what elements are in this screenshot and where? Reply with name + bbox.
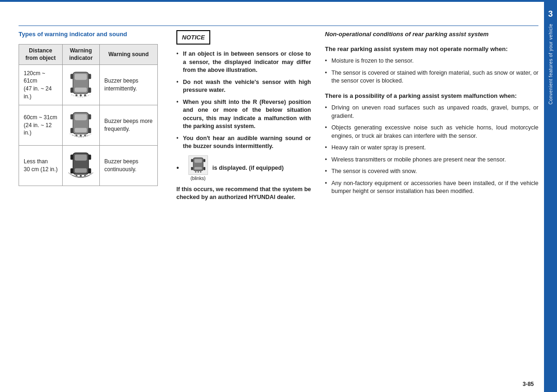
svg-rect-14 <box>88 114 91 119</box>
distance-1: 120cm ~ 61cm(47 in. ~ 24 in.) <box>19 65 63 105</box>
bullet-text-2: Do not wash the vehicle's sensor with hi… <box>183 79 311 94</box>
svg-rect-22 <box>75 168 87 173</box>
list-item: Wireless transmitters or mobile phones a… <box>325 156 538 164</box>
svg-rect-6 <box>88 88 91 93</box>
indicator-3 <box>62 145 99 186</box>
blinks-car-icon <box>188 155 208 175</box>
col-header-sound: Warning sound <box>99 45 157 65</box>
table-row: 60cm ~ 31cm(24 in. ~ 12 in.) <box>19 105 158 146</box>
svg-rect-11 <box>75 114 87 120</box>
table-row: Less than30 cm (12 in.) <box>19 145 158 186</box>
warning-table: Distance from object Warning indicator W… <box>19 44 158 186</box>
bullet-text-1: If an object is in between sensors or cl… <box>183 51 311 73</box>
list-item: The sensor is covered with snow. <box>325 167 538 176</box>
bullet-item: You don't hear an audible warning sound … <box>176 135 311 151</box>
blinks-text: is displayed. (if equipped) <box>213 165 284 171</box>
svg-rect-5 <box>71 88 74 93</box>
svg-rect-33 <box>191 159 193 162</box>
right-subheading-2: There is a possibility of a parking assi… <box>325 92 538 100</box>
list-item: Heavy rain or water spray is present. <box>325 144 538 152</box>
svg-rect-3 <box>71 74 74 79</box>
bullet-dot: • <box>176 164 179 172</box>
svg-point-37 <box>195 171 196 173</box>
blinks-label: (blinks) <box>190 176 205 181</box>
car-icon-3 <box>67 149 95 180</box>
indicator-2 <box>62 105 99 146</box>
sound-2: Buzzer beeps more frequently. <box>99 105 157 146</box>
svg-rect-25 <box>71 168 74 174</box>
svg-rect-2 <box>75 88 87 92</box>
svg-rect-26 <box>88 168 91 174</box>
right-subheading-1: The rear parking assist system may not o… <box>325 45 538 53</box>
sidebar-text: Convenient features of your vehicle <box>548 24 553 104</box>
blinks-icon-wrapper: (blinks) <box>188 155 208 181</box>
page-number: 3-85 <box>523 381 534 387</box>
col-header-indicator: Warning indicator <box>62 45 99 65</box>
occurs-text: If this occurs, we recommend that the sy… <box>176 186 311 202</box>
list-item: Objects generating excessive noise such … <box>325 124 538 140</box>
svg-rect-13 <box>71 114 74 119</box>
svg-rect-1 <box>75 74 87 80</box>
list-item: The sensor is covered or stained with fo… <box>325 69 538 85</box>
svg-rect-32 <box>194 167 202 169</box>
svg-rect-36 <box>203 167 205 170</box>
svg-rect-21 <box>75 154 87 161</box>
right-bullets-2: Driving on uneven road surfaces such as … <box>325 104 538 196</box>
car-icon-1 <box>67 69 95 99</box>
svg-rect-34 <box>203 159 205 162</box>
indicator-1 <box>62 65 99 105</box>
svg-point-8 <box>80 95 82 97</box>
top-blue-line <box>0 0 557 2</box>
bullet-item: If an object is in between sensors or cl… <box>176 50 311 75</box>
side-bar: 3 Convenient features of your vehicle <box>544 0 557 392</box>
notice-label: NOTICE <box>176 30 210 45</box>
sound-3: Buzzer beeps continuously. <box>99 145 157 186</box>
separator-line <box>19 26 538 26</box>
svg-rect-4 <box>88 74 91 79</box>
svg-rect-31 <box>194 159 202 162</box>
bullet-text-3: When you shift into the R (Reverse) posi… <box>183 99 311 130</box>
svg-point-38 <box>197 171 199 173</box>
middle-column: NOTICE If an object is in between sensor… <box>167 30 320 378</box>
sound-1: Buzzer beeps intermittently. <box>99 65 157 105</box>
list-item: Any non-factory equipment or accessories… <box>325 180 538 196</box>
left-column: Types of warning indicator and sound Dis… <box>19 30 167 378</box>
svg-rect-12 <box>75 128 87 132</box>
svg-rect-15 <box>71 128 74 133</box>
svg-point-39 <box>200 171 201 173</box>
bullet-item: When you shift into the R (Reverse) posi… <box>176 98 311 131</box>
right-bullets-1: Moisture is frozen to the sensor. The se… <box>325 57 538 85</box>
list-item: Moisture is frozen to the sensor. <box>325 57 538 65</box>
list-item: Driving on uneven road surfaces such as … <box>325 104 538 120</box>
table-row: 120cm ~ 61cm(47 in. ~ 24 in.) <box>19 65 158 105</box>
distance-2: 60cm ~ 31cm(24 in. ~ 12 in.) <box>19 105 63 146</box>
right-heading-1: Non-operational conditions of rear parki… <box>325 30 538 39</box>
right-column: Non-operational conditions of rear parki… <box>320 30 538 378</box>
col-header-distance: Distance from object <box>19 45 63 65</box>
svg-rect-24 <box>88 154 91 160</box>
main-content: Types of warning indicator and sound Dis… <box>19 30 538 378</box>
blinks-container: • (blinks) is displayed. (if equipp <box>176 155 311 181</box>
svg-rect-23 <box>71 154 74 160</box>
distance-3: Less than30 cm (12 in.) <box>19 145 63 186</box>
bullet-item: Do not wash the vehicle's sensor with hi… <box>176 78 311 95</box>
bullet-text-4: You don't hear an audible warning sound … <box>183 135 311 150</box>
svg-rect-35 <box>191 167 193 170</box>
sidebar-number: 3 <box>548 9 553 19</box>
svg-rect-16 <box>88 128 91 133</box>
car-icon-2 <box>67 109 95 139</box>
section-title: Types of warning indicator and sound <box>19 30 158 39</box>
notice-bullets: If an object is in between sensors or cl… <box>176 50 311 151</box>
